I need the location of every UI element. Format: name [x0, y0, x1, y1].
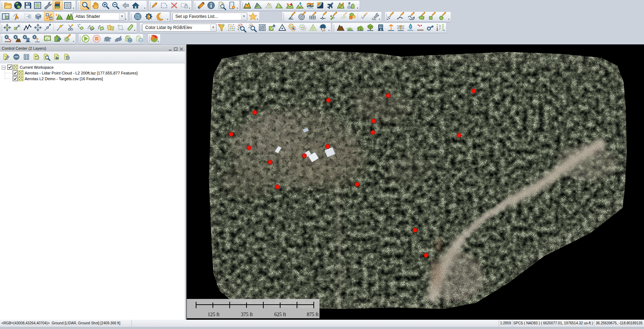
- svg-text:375 ft: 375 ft: [241, 312, 253, 317]
- svg-text:875 ft: 875 ft: [307, 312, 318, 317]
- svg-text:125 ft: 125 ft: [208, 312, 219, 317]
- svg-text:625 ft: 625 ft: [274, 312, 286, 317]
- svg-text:x°: x°: [291, 17, 293, 19]
- svg-text:3D: 3D: [39, 17, 41, 19]
